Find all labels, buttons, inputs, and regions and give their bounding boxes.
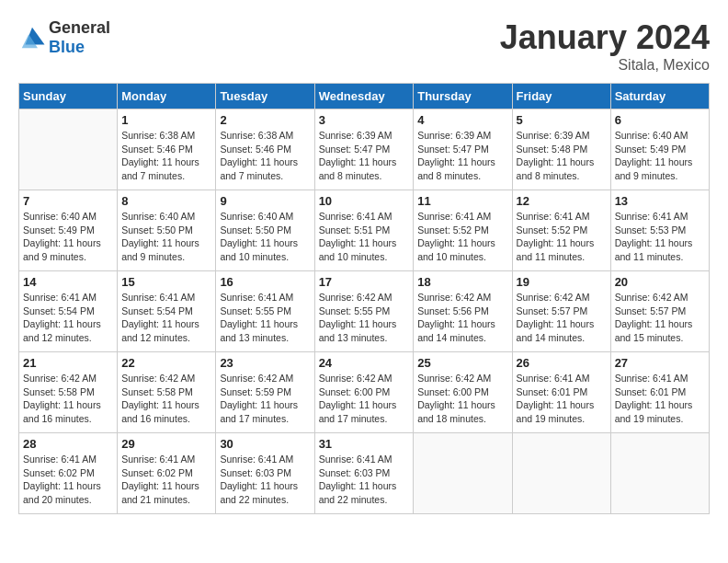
day-number: 9	[220, 194, 310, 208]
day-number: 20	[615, 275, 705, 289]
day-info: Sunrise: 6:42 AMSunset: 5:56 PMDaylight:…	[417, 291, 507, 345]
day-header-saturday: Saturday	[610, 84, 709, 109]
day-info: Sunrise: 6:40 AMSunset: 5:50 PMDaylight:…	[220, 210, 310, 264]
day-info: Sunrise: 6:41 AMSunset: 5:51 PMDaylight:…	[319, 210, 410, 264]
logo-text-general: General	[49, 18, 110, 37]
day-info: Sunrise: 6:41 AMSunset: 6:03 PMDaylight:…	[319, 453, 410, 507]
calendar-cell: 17Sunrise: 6:42 AMSunset: 5:55 PMDayligh…	[314, 271, 414, 352]
day-info: Sunrise: 6:38 AMSunset: 5:46 PMDaylight:…	[220, 129, 310, 183]
day-number: 30	[220, 437, 310, 451]
day-number: 4	[417, 113, 507, 127]
calendar-cell: 21Sunrise: 6:42 AMSunset: 5:58 PMDayligh…	[19, 352, 118, 433]
calendar-cell: 27Sunrise: 6:41 AMSunset: 6:01 PMDayligh…	[610, 352, 709, 433]
calendar-cell	[414, 433, 512, 514]
calendar-week-row: 21Sunrise: 6:42 AMSunset: 5:58 PMDayligh…	[19, 352, 710, 433]
day-number: 5	[517, 113, 607, 127]
day-header-wednesday: Wednesday	[314, 84, 414, 109]
day-number: 19	[517, 275, 607, 289]
day-info: Sunrise: 6:41 AMSunset: 5:53 PMDaylight:…	[615, 210, 705, 264]
title-area: January 2024 Sitala, Mexico	[500, 18, 710, 74]
calendar-cell: 5Sunrise: 6:39 AMSunset: 5:48 PMDaylight…	[512, 109, 610, 190]
day-info: Sunrise: 6:42 AMSunset: 5:57 PMDaylight:…	[517, 291, 607, 345]
day-info: Sunrise: 6:41 AMSunset: 6:02 PMDaylight:…	[121, 453, 211, 507]
calendar-cell: 22Sunrise: 6:42 AMSunset: 5:58 PMDayligh…	[118, 352, 216, 433]
calendar-cell: 31Sunrise: 6:41 AMSunset: 6:03 PMDayligh…	[314, 433, 414, 514]
calendar-cell: 8Sunrise: 6:40 AMSunset: 5:50 PMDaylight…	[118, 190, 216, 271]
day-info: Sunrise: 6:41 AMSunset: 5:52 PMDaylight:…	[417, 210, 507, 264]
day-number: 29	[121, 437, 211, 451]
day-number: 23	[220, 356, 310, 370]
day-info: Sunrise: 6:42 AMSunset: 5:59 PMDaylight:…	[220, 372, 310, 426]
calendar-cell: 9Sunrise: 6:40 AMSunset: 5:50 PMDaylight…	[216, 190, 314, 271]
day-info: Sunrise: 6:40 AMSunset: 5:49 PMDaylight:…	[615, 129, 705, 183]
calendar-cell: 1Sunrise: 6:38 AMSunset: 5:46 PMDaylight…	[118, 109, 216, 190]
day-header-sunday: Sunday	[19, 84, 118, 109]
day-info: Sunrise: 6:39 AMSunset: 5:48 PMDaylight:…	[517, 129, 607, 183]
day-number: 6	[615, 113, 705, 127]
calendar-cell: 26Sunrise: 6:41 AMSunset: 6:01 PMDayligh…	[512, 352, 610, 433]
day-number: 13	[615, 194, 705, 208]
day-info: Sunrise: 6:41 AMSunset: 5:54 PMDaylight:…	[121, 291, 211, 345]
day-info: Sunrise: 6:41 AMSunset: 6:01 PMDaylight:…	[517, 372, 607, 426]
calendar-cell: 2Sunrise: 6:38 AMSunset: 5:46 PMDaylight…	[216, 109, 314, 190]
calendar-cell: 23Sunrise: 6:42 AMSunset: 5:59 PMDayligh…	[216, 352, 314, 433]
calendar-cell: 6Sunrise: 6:40 AMSunset: 5:49 PMDaylight…	[610, 109, 709, 190]
day-header-monday: Monday	[118, 84, 216, 109]
month-title: January 2024	[500, 18, 710, 57]
day-info: Sunrise: 6:42 AMSunset: 6:00 PMDaylight:…	[417, 372, 507, 426]
calendar-cell	[610, 433, 709, 514]
day-info: Sunrise: 6:38 AMSunset: 5:46 PMDaylight:…	[121, 129, 211, 183]
calendar-cell: 7Sunrise: 6:40 AMSunset: 5:49 PMDaylight…	[19, 190, 118, 271]
calendar-cell: 4Sunrise: 6:39 AMSunset: 5:47 PMDaylight…	[414, 109, 512, 190]
calendar-cell: 11Sunrise: 6:41 AMSunset: 5:52 PMDayligh…	[414, 190, 512, 271]
day-info: Sunrise: 6:41 AMSunset: 5:54 PMDaylight:…	[23, 291, 113, 345]
calendar-cell: 24Sunrise: 6:42 AMSunset: 6:00 PMDayligh…	[314, 352, 414, 433]
day-number: 21	[23, 356, 113, 370]
day-number: 3	[319, 113, 410, 127]
day-number: 14	[23, 275, 113, 289]
day-info: Sunrise: 6:42 AMSunset: 5:58 PMDaylight:…	[23, 372, 113, 426]
day-header-friday: Friday	[512, 84, 610, 109]
day-number: 10	[319, 194, 410, 208]
calendar-cell: 12Sunrise: 6:41 AMSunset: 5:52 PMDayligh…	[512, 190, 610, 271]
logo-icon	[18, 24, 46, 52]
day-info: Sunrise: 6:41 AMSunset: 5:55 PMDaylight:…	[220, 291, 310, 345]
calendar-cell	[19, 109, 118, 190]
day-number: 8	[121, 194, 211, 208]
day-number: 26	[517, 356, 607, 370]
calendar-table: SundayMondayTuesdayWednesdayThursdayFrid…	[18, 83, 710, 514]
day-number: 25	[417, 356, 507, 370]
calendar-cell: 30Sunrise: 6:41 AMSunset: 6:03 PMDayligh…	[216, 433, 314, 514]
day-info: Sunrise: 6:39 AMSunset: 5:47 PMDaylight:…	[319, 129, 410, 183]
calendar-cell: 28Sunrise: 6:41 AMSunset: 6:02 PMDayligh…	[19, 433, 118, 514]
calendar-cell: 20Sunrise: 6:42 AMSunset: 5:57 PMDayligh…	[610, 271, 709, 352]
calendar-cell	[512, 433, 610, 514]
calendar-cell: 3Sunrise: 6:39 AMSunset: 5:47 PMDaylight…	[314, 109, 414, 190]
day-info: Sunrise: 6:42 AMSunset: 5:55 PMDaylight:…	[319, 291, 410, 345]
day-number: 17	[319, 275, 410, 289]
logo-text-blue: Blue	[49, 38, 85, 56]
calendar-cell: 10Sunrise: 6:41 AMSunset: 5:51 PMDayligh…	[314, 190, 414, 271]
location-subtitle: Sitala, Mexico	[500, 57, 710, 74]
day-info: Sunrise: 6:41 AMSunset: 6:03 PMDaylight:…	[220, 453, 310, 507]
day-header-tuesday: Tuesday	[216, 84, 314, 109]
calendar-cell: 29Sunrise: 6:41 AMSunset: 6:02 PMDayligh…	[118, 433, 216, 514]
calendar-cell: 18Sunrise: 6:42 AMSunset: 5:56 PMDayligh…	[414, 271, 512, 352]
calendar-week-row: 1Sunrise: 6:38 AMSunset: 5:46 PMDaylight…	[19, 109, 710, 190]
day-info: Sunrise: 6:42 AMSunset: 5:58 PMDaylight:…	[121, 372, 211, 426]
day-info: Sunrise: 6:41 AMSunset: 5:52 PMDaylight:…	[517, 210, 607, 264]
calendar-week-row: 14Sunrise: 6:41 AMSunset: 5:54 PMDayligh…	[19, 271, 710, 352]
day-number: 24	[319, 356, 410, 370]
day-number: 31	[319, 437, 410, 451]
day-number: 28	[23, 437, 113, 451]
calendar-cell: 14Sunrise: 6:41 AMSunset: 5:54 PMDayligh…	[19, 271, 118, 352]
logo: General Blue	[18, 18, 110, 57]
day-info: Sunrise: 6:42 AMSunset: 5:57 PMDaylight:…	[615, 291, 705, 345]
calendar-cell: 16Sunrise: 6:41 AMSunset: 5:55 PMDayligh…	[216, 271, 314, 352]
header: General Blue January 2024 Sitala, Mexico	[18, 18, 710, 74]
day-number: 22	[121, 356, 211, 370]
day-header-thursday: Thursday	[414, 84, 512, 109]
calendar-cell: 19Sunrise: 6:42 AMSunset: 5:57 PMDayligh…	[512, 271, 610, 352]
calendar-cell: 25Sunrise: 6:42 AMSunset: 6:00 PMDayligh…	[414, 352, 512, 433]
day-number: 15	[121, 275, 211, 289]
